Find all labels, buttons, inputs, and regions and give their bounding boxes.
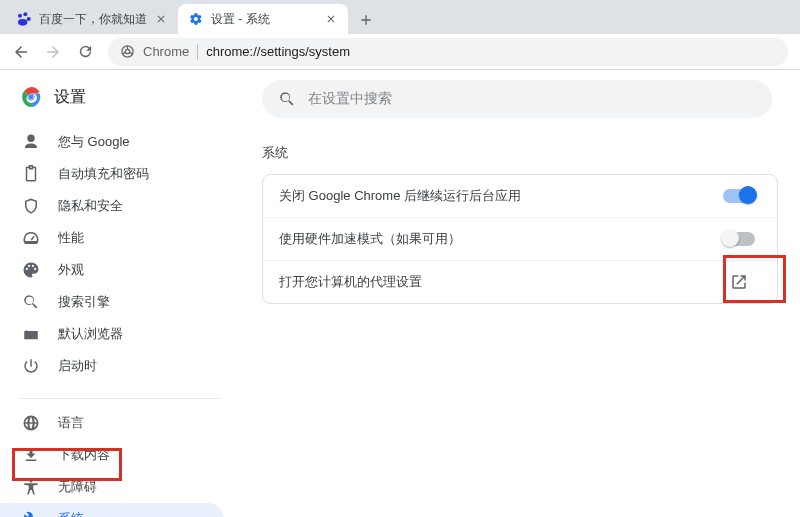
sidebar-item-label: 默认浏览器 [58, 325, 123, 343]
page-title: 设置 [54, 87, 86, 108]
omnibox-url: chrome://settings/system [206, 44, 350, 59]
omnibox-divider [197, 44, 198, 60]
chrome-page-icon [120, 44, 135, 59]
svg-point-0 [18, 14, 22, 18]
download-icon [22, 446, 40, 464]
svg-point-1 [23, 12, 27, 16]
row-label: 关闭 Google Chrome 后继续运行后台应用 [279, 187, 521, 205]
omnibox-scheme: Chrome [143, 44, 189, 59]
sidebar-item-privacy[interactable]: 隐私和安全 [0, 190, 224, 222]
row-bg-apps: 关闭 Google Chrome 后继续运行后台应用 [263, 175, 777, 217]
sidebar-item-label: 搜索引擎 [58, 293, 110, 311]
svg-point-2 [27, 17, 31, 21]
sidebar-item-label: 您与 Google [58, 133, 130, 151]
toggle-bg-apps[interactable] [723, 189, 755, 203]
system-card: 关闭 Google Chrome 后继续运行后台应用 使用硬件加速模式（如果可用… [262, 174, 778, 304]
forward-button[interactable] [38, 37, 68, 67]
sidebar-item-label: 性能 [58, 229, 84, 247]
baidu-favicon [16, 11, 32, 27]
browser-icon [22, 325, 40, 343]
sidebar-item-label: 隐私和安全 [58, 197, 123, 215]
settings-sidebar: 设置 您与 Google 自动填充和密码 隐私和安全 性能 外观 搜索引擎 默认… [0, 70, 240, 517]
row-label: 打开您计算机的代理设置 [279, 273, 422, 291]
sidebar-item-startup[interactable]: 启动时 [0, 350, 224, 382]
tab-title: 设置 - 系统 [211, 11, 317, 28]
row-proxy[interactable]: 打开您计算机的代理设置 [263, 260, 777, 303]
sidebar-item-autofill[interactable]: 自动填充和密码 [0, 158, 224, 190]
search-icon [22, 293, 40, 311]
gear-icon [188, 11, 204, 27]
sidebar-item-label: 外观 [58, 261, 84, 279]
sidebar-item-label: 下载内容 [58, 446, 110, 464]
close-icon[interactable] [154, 12, 168, 26]
external-link-icon [717, 273, 761, 291]
sidebar-item-label: 自动填充和密码 [58, 165, 149, 183]
section-title: 系统 [262, 144, 778, 162]
accessibility-icon [22, 478, 40, 496]
settings-search[interactable]: 在设置中搜索 [262, 80, 772, 118]
address-bar[interactable]: Chrome chrome://settings/system [108, 38, 788, 66]
sidebar-item-appearance[interactable]: 外观 [0, 254, 224, 286]
toggle-hw-accel[interactable] [723, 232, 755, 246]
svg-point-9 [29, 95, 34, 100]
shield-icon [22, 197, 40, 215]
tab-strip: 百度一下，你就知道 设置 - 系统 [0, 0, 800, 34]
reload-button[interactable] [70, 37, 100, 67]
chrome-logo-icon [20, 86, 42, 108]
row-label: 使用硬件加速模式（如果可用） [279, 230, 461, 248]
svg-point-3 [18, 19, 27, 26]
sidebar-item-label: 无障碍 [58, 478, 97, 496]
sidebar-item-system[interactable]: 系统 [0, 503, 224, 517]
sidebar-item-default-browser[interactable]: 默认浏览器 [0, 318, 224, 350]
sidebar-item-google[interactable]: 您与 Google [0, 126, 224, 158]
palette-icon [22, 261, 40, 279]
clipboard-icon [22, 165, 40, 183]
settings-main: 在设置中搜索 系统 关闭 Google Chrome 后继续运行后台应用 使用硬… [240, 70, 800, 517]
settings-content: 设置 您与 Google 自动填充和密码 隐私和安全 性能 外观 搜索引擎 默认… [0, 70, 800, 517]
close-icon[interactable] [324, 12, 338, 26]
tab-settings[interactable]: 设置 - 系统 [178, 4, 348, 34]
sidebar-item-performance[interactable]: 性能 [0, 222, 224, 254]
tab-title: 百度一下，你就知道 [39, 11, 147, 28]
person-icon [22, 133, 40, 151]
wrench-icon [22, 510, 40, 517]
search-icon [278, 90, 296, 108]
sidebar-item-language[interactable]: 语言 [0, 407, 224, 439]
sidebar-item-search[interactable]: 搜索引擎 [0, 286, 224, 318]
browser-toolbar: Chrome chrome://settings/system [0, 34, 800, 70]
svg-point-5 [125, 49, 129, 53]
sidebar-item-label: 启动时 [58, 357, 97, 375]
sidebar-item-label: 系统 [58, 510, 84, 517]
new-tab-button[interactable] [352, 6, 380, 34]
search-placeholder: 在设置中搜索 [308, 90, 392, 108]
power-icon [22, 357, 40, 375]
settings-header: 设置 [0, 78, 240, 122]
row-hw-accel: 使用硬件加速模式（如果可用） [263, 217, 777, 260]
sidebar-item-label: 语言 [58, 414, 84, 432]
sidebar-item-downloads[interactable]: 下载内容 [0, 439, 224, 471]
globe-icon [22, 414, 40, 432]
nav-list: 您与 Google 自动填充和密码 隐私和安全 性能 外观 搜索引擎 默认浏览器… [0, 122, 240, 517]
back-button[interactable] [6, 37, 36, 67]
tab-baidu[interactable]: 百度一下，你就知道 [6, 4, 178, 34]
speedometer-icon [22, 229, 40, 247]
sidebar-item-accessibility[interactable]: 无障碍 [0, 471, 224, 503]
